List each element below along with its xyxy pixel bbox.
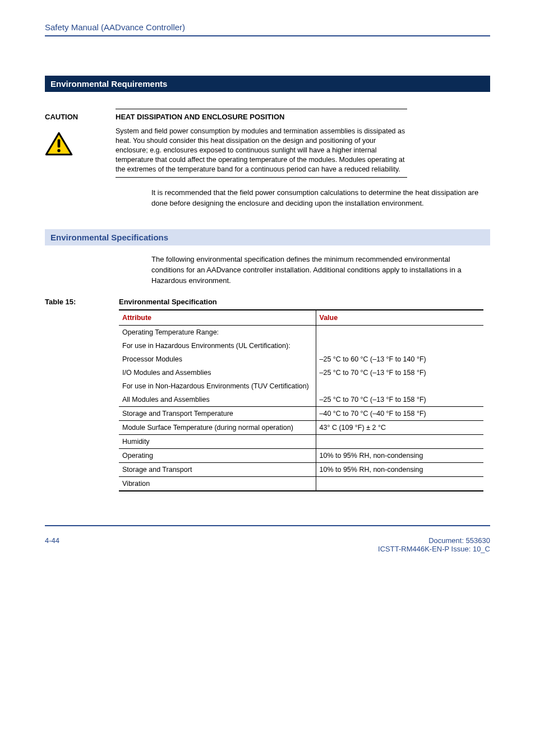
table-cell-attribute: Operating Temperature Range: xyxy=(119,325,316,339)
table-cell-attribute: Humidity xyxy=(119,434,316,448)
table-cell-attribute: I/O Modules and Assemblies xyxy=(119,366,316,379)
table-cell-attribute: Vibration xyxy=(119,476,316,491)
table-cell-value xyxy=(316,339,483,353)
table-cell-value: –25 °C to 60 °C (–13 °F to 140 °F) xyxy=(316,353,483,366)
table-cell-value: 10% to 95% RH, non-condensing xyxy=(316,462,483,476)
table-row: Vibration xyxy=(119,476,483,491)
table-cell-value: –40 °C to 70 °C (–40 °F to 158 °F) xyxy=(316,406,483,420)
table-row: Storage and Transport Temperature–40 °C … xyxy=(119,406,483,420)
table-cell-value: –25 °C to 70 °C (–13 °F to 158 °F) xyxy=(316,393,483,407)
caution-bottom-rule xyxy=(116,177,407,178)
section-heading-env-spec: Environmental Specifications xyxy=(45,229,490,245)
table-cell-attribute: For use in Hazardous Environments (UL Ce… xyxy=(119,339,316,353)
table-row: For use in Hazardous Environments (UL Ce… xyxy=(119,339,483,353)
table-header-attribute: Attribute xyxy=(119,310,316,326)
table-cell-value: –25 °C to 70 °C (–13 °F to 158 °F) xyxy=(316,366,483,379)
footer-rule xyxy=(45,525,490,526)
footer-issue: ICSTT-RM446K-EN-P Issue: 10_C xyxy=(378,545,490,553)
environmental-spec-table: Attribute Value Operating Temperature Ra… xyxy=(119,309,483,491)
table-number-label: Table 15: xyxy=(45,298,119,306)
table-cell-attribute: Processor Modules xyxy=(119,353,316,366)
table-row: For use in Non-Hazardous Environments (T… xyxy=(119,379,483,393)
caution-heading: HEAT DISSIPATION AND ENCLOSURE POSITION xyxy=(116,113,284,121)
table-cell-attribute: Module Surface Temperature (during norma… xyxy=(119,420,316,434)
caution-top-rule xyxy=(116,109,407,109)
table-cell-attribute: Operating xyxy=(119,448,316,462)
svg-rect-1 xyxy=(58,139,61,147)
table-cell-attribute: For use in Non-Hazardous Environments (T… xyxy=(119,379,316,393)
page-footer: 4-44 Document: 553630 ICSTT-RM446K-EN-P … xyxy=(45,536,490,553)
table-row: I/O Modules and Assemblies–25 °C to 70 °… xyxy=(119,366,483,379)
caution-body-text: System and field power consumption by mo… xyxy=(116,127,407,174)
table-cell-attribute: All Modules and Assemblies xyxy=(119,393,316,407)
env-spec-intro: The following environmental specificatio… xyxy=(151,254,482,286)
table-cell-attribute: Storage and Transport xyxy=(119,462,316,476)
header-rule xyxy=(45,35,490,36)
header-title: Safety Manual (AADvance Controller) xyxy=(45,22,490,32)
table-caption: Environmental Specification xyxy=(119,298,217,306)
table-row: Humidity xyxy=(119,434,483,448)
table-cell-value xyxy=(316,434,483,448)
footer-page-number: 4-44 xyxy=(45,536,59,553)
caution-label: CAUTION xyxy=(45,113,116,121)
table-row: All Modules and Assemblies–25 °C to 70 °… xyxy=(119,393,483,407)
table-cell-attribute: Storage and Transport Temperature xyxy=(119,406,316,420)
footer-document-id: Document: 553630 xyxy=(378,536,490,545)
section-heading-env-req: Environmental Requirements xyxy=(45,76,490,92)
recommendation-paragraph: It is recommended that the field power c… xyxy=(151,188,482,209)
table-row: Processor Modules–25 °C to 60 °C (–13 °F… xyxy=(119,353,483,366)
table-cell-value: 10% to 95% RH, non-condensing xyxy=(316,448,483,462)
caution-triangle-icon xyxy=(45,131,73,157)
table-cell-value xyxy=(316,379,483,393)
svg-point-2 xyxy=(57,149,60,152)
table-header-value: Value xyxy=(316,310,483,326)
table-row: Operating Temperature Range: xyxy=(119,325,483,339)
table-row: Operating10% to 95% RH, non-condensing xyxy=(119,448,483,462)
table-cell-value xyxy=(316,325,483,339)
table-cell-value xyxy=(316,476,483,491)
table-cell-value: 43° C (109 °F) ± 2 °C xyxy=(316,420,483,434)
table-row: Module Surface Temperature (during norma… xyxy=(119,420,483,434)
table-row: Storage and Transport10% to 95% RH, non-… xyxy=(119,462,483,476)
caution-block: CAUTION HEAT DISSIPATION AND ENCLOSURE P… xyxy=(45,109,490,178)
